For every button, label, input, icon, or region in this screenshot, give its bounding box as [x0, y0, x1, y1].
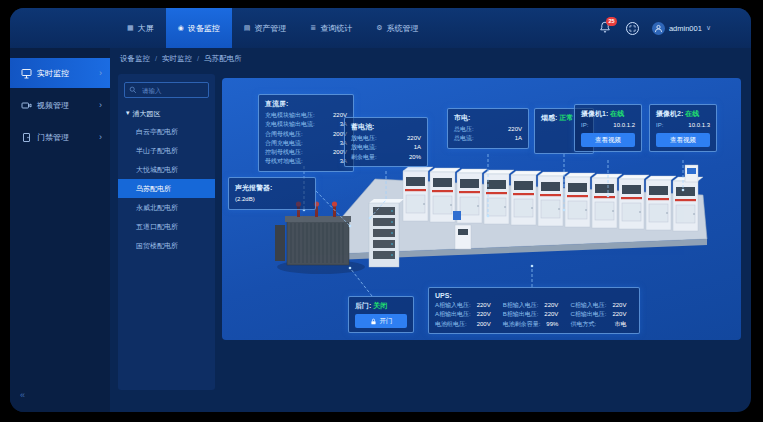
row-value: 220V — [612, 310, 626, 319]
ip-value: 10.0.1.2 — [613, 121, 635, 130]
tree-item[interactable]: 白云亭配电所 — [118, 122, 215, 141]
data-row: 电池剩余容量:99% — [503, 320, 559, 329]
collapse-sidebar-icon[interactable]: « — [20, 390, 25, 400]
panel-title: 摄像机1: 在线 — [581, 109, 635, 119]
row-value: 99% — [546, 320, 558, 329]
navbar-right: 25 admin001 ∨ — [599, 8, 711, 48]
tree-search[interactable] — [124, 82, 209, 98]
panel-title: 后门: 关闭 — [355, 301, 407, 311]
tree-item[interactable]: 国贸楼配电所 — [118, 236, 215, 255]
nav-tab-query-stats[interactable]: ≣ 查询统计 — [298, 8, 364, 48]
tree-item[interactable]: 五道口配电所 — [118, 217, 215, 236]
row-value: 220V — [477, 310, 491, 319]
ups-col-a: A相输入电压:220V A相输出电压:220V 电池组电压:200V — [435, 301, 491, 329]
assets-icon: ▤ — [244, 24, 251, 32]
row-label: 电池组电压: — [435, 320, 467, 329]
chevron-right-icon: › — [99, 68, 102, 78]
data-row: 合闸充电电流:3A — [265, 139, 347, 148]
tree-group-node[interactable]: ▾ 浦大园区 — [118, 104, 215, 122]
row-label: 电池剩余容量: — [503, 320, 541, 329]
main-nav: ▦ 大屏 ◉ 设备监控 ▤ 资产管理 ≣ 查询统计 ⚙ 系统管理 — [115, 8, 431, 48]
breadcrumb-item[interactable]: 设备监控 — [120, 54, 150, 64]
row-label: 母线对地电流: — [265, 157, 303, 166]
panel-title: 声光报警器: — [235, 182, 309, 193]
chevron-right-icon: › — [99, 100, 102, 110]
user-menu[interactable]: admin001 ∨ — [652, 22, 711, 35]
sidebar-item-realtime-monitor[interactable]: 实时监控 › — [10, 58, 110, 88]
camera1-label: 摄像机1: — [581, 110, 608, 117]
sidebar-item-access-manage[interactable]: 门禁管理 › — [10, 122, 110, 152]
panel-title: UPS: — [435, 292, 633, 299]
nav-tab-dashboard[interactable]: ▦ 大屏 — [115, 8, 166, 48]
realtime-monitor-icon — [21, 68, 32, 79]
data-row: IP:10.0.1.3 — [656, 121, 710, 130]
dc-screen-panel: 直流屏: 充电模块输出电压:220V 充电模块输出电流:3A 合闸母线电压:20… — [258, 94, 354, 172]
ups-columns: A相输入电压:220V A相输出电压:220V 电池组电压:200V B相输入电… — [435, 301, 633, 329]
tree-group-label: 浦大园区 — [133, 109, 161, 119]
data-row: 电池组电压:200V — [435, 320, 491, 329]
data-row: 母线对地电流:3A — [265, 157, 347, 166]
view-video-button[interactable]: 查看视频 — [581, 133, 635, 147]
top-navbar: ▦ 大屏 ◉ 设备监控 ▤ 资产管理 ≣ 查询统计 ⚙ 系统管理 — [10, 8, 751, 48]
row-value: 20% — [409, 153, 421, 162]
data-row: 总电流:1A — [454, 134, 522, 143]
camera2-panel: 摄像机2: 在线 IP:10.0.1.3 查看视频 — [649, 104, 717, 152]
nav-tab-label: 设备监控 — [188, 23, 220, 34]
panel-title: 摄像机2: 在线 — [656, 109, 710, 119]
row-label: 剩余电量: — [351, 153, 377, 162]
row-label: IP: — [581, 121, 588, 130]
data-row: A相输出电压:220V — [435, 310, 491, 319]
data-row: 充电模块输出电压:220V — [265, 111, 347, 120]
row-label: 合闸充电电流: — [265, 139, 303, 148]
data-row: B相输出电压:220V — [503, 310, 559, 319]
view-video-button[interactable]: 查看视频 — [656, 133, 710, 147]
tree-item[interactable]: 永威北配电所 — [118, 198, 215, 217]
notification-badge: 25 — [606, 17, 617, 26]
row-value: 220V — [508, 125, 522, 134]
stats-icon: ≣ — [310, 24, 316, 32]
tree-item[interactable]: 半山子配电所 — [118, 141, 215, 160]
door-label: 后门: — [355, 302, 371, 309]
fullscreen-button[interactable] — [626, 22, 639, 35]
camera1-panel: 摄像机1: 在线 IP:10.0.1.2 查看视频 — [574, 104, 642, 152]
row-value: 1A — [515, 134, 522, 143]
row-value: 市电 — [614, 320, 626, 329]
tree-item-selected[interactable]: 乌苏配电所 — [118, 179, 215, 198]
data-row: C相输入电压:220V — [570, 301, 626, 310]
row-value: 220V — [544, 301, 558, 310]
data-row: 供电方式:市电 — [570, 320, 626, 329]
status-badge: 在线 — [610, 110, 624, 117]
nav-tab-label: 查询统计 — [320, 23, 352, 34]
search-input[interactable] — [140, 86, 204, 95]
notifications-button[interactable]: 25 — [599, 20, 613, 36]
ups-panel: UPS: A相输入电压:220V A相输出电压:220V 电池组电压:200V … — [428, 287, 640, 334]
row-value: 220V — [544, 310, 558, 319]
breadcrumb-item[interactable]: 实时监控 — [162, 54, 192, 64]
tree-item[interactable]: 大悦城配电所 — [118, 160, 215, 179]
noise-value: (2.2dB) — [235, 195, 309, 205]
panel-title: 市电: — [454, 113, 522, 123]
chevron-right-icon: › — [99, 132, 102, 142]
dashboard-icon: ▦ — [127, 24, 134, 32]
open-door-button[interactable]: 开门 — [355, 314, 407, 328]
status-badge: 在线 — [685, 110, 699, 117]
nav-tab-system[interactable]: ⚙ 系统管理 — [364, 8, 430, 48]
sound-light-alarm-panel: 声光报警器: (2.2dB) — [228, 177, 316, 210]
row-label: C相输入电压: — [570, 301, 606, 310]
app-screen: ▦ 大屏 ◉ 设备监控 ▤ 资产管理 ≣ 查询统计 ⚙ 系统管理 — [10, 8, 751, 412]
nav-tab-label: 系统管理 — [387, 23, 419, 34]
smoke-label: 烟感: — [541, 114, 557, 121]
ups-col-c: C相输入电压:220V C相输出电压:220V 供电方式:市电 — [570, 301, 626, 329]
row-label: 控制母线电压: — [265, 148, 303, 157]
row-label: 放电电流: — [351, 143, 377, 152]
monitor-icon: ◉ — [178, 24, 184, 32]
data-row: 放电电压:220V — [351, 134, 421, 143]
breadcrumb-item[interactable]: 乌苏配电所 — [204, 54, 242, 64]
row-label: IP: — [656, 121, 663, 130]
data-row: IP:10.0.1.2 — [581, 121, 635, 130]
row-value: 220V — [477, 301, 491, 310]
nav-tab-device-monitor[interactable]: ◉ 设备监控 — [166, 8, 232, 48]
sidebar-item-video-manage[interactable]: 视频管理 › — [10, 90, 110, 120]
nav-tab-assets[interactable]: ▤ 资产管理 — [232, 8, 299, 48]
data-row: 放电电流:1A — [351, 143, 421, 152]
